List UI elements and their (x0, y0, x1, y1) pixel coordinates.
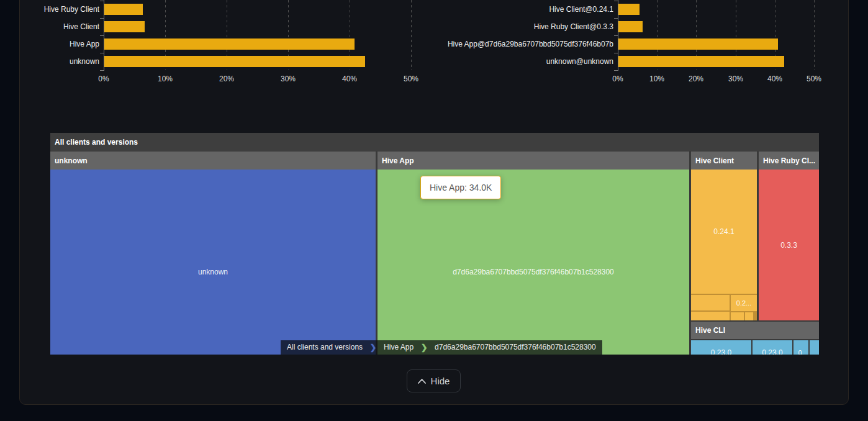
treemap-cell[interactable]: 0.23.0 (753, 340, 792, 355)
x-tick-label: 10% (638, 75, 676, 83)
treemap-cell[interactable]: 0.3.3 (759, 170, 819, 320)
treemap-section-header[interactable]: Hive Client (691, 152, 757, 170)
treemap-all-clients-and-versions[interactable]: All clients and versionsunknownunknownHi… (50, 133, 819, 355)
treemap-section-header[interactable]: Hive Ruby Cl... (759, 152, 819, 170)
treemap-cell[interactable]: 0.24.1 (691, 170, 757, 294)
category-label: unknown@unknown (430, 56, 613, 67)
x-tick-label: 20% (677, 75, 715, 83)
axis-tick (614, 18, 618, 19)
breadcrumb-item[interactable]: Hive App (377, 340, 420, 355)
tooltip-text: Hive App: 34.0K (430, 183, 492, 192)
axis-tick (614, 53, 618, 53)
treemap-cell[interactable]: unknown (50, 170, 376, 355)
bar-hive-ruby-client-0-3-3[interactable] (618, 21, 643, 32)
axis-tick (614, 1, 618, 1)
treemap-tooltip: Hive App: 34.0K (420, 176, 501, 199)
axis-tick (614, 35, 618, 36)
treemap-cell[interactable] (731, 312, 744, 320)
treemap-section-header[interactable]: unknown (50, 152, 376, 170)
treemap-breadcrumb: All clients and versions❯Hive App❯d7d6a2… (281, 340, 602, 355)
x-tick-label: 50% (795, 75, 833, 83)
breadcrumb-item[interactable]: d7d6a29ba6707bbd5075df376f46b07b1c528300 (428, 340, 602, 355)
category-label: Hive Ruby Client@0.3.3 (430, 21, 613, 32)
category-label: Hive Client@0.24.1 (430, 4, 613, 15)
chevron-up-icon (418, 379, 426, 384)
bar-unknown-unknown[interactable] (618, 56, 784, 67)
x-tick-label: 40% (756, 75, 793, 83)
treemap-cell[interactable]: 0.23.0 (691, 340, 751, 355)
axis-tick (614, 70, 618, 71)
breadcrumb-chevron-icon: ❯ (420, 340, 428, 355)
bar-chart-client-versions: 0%10%20%30%40%50%Hive Client@0.24.1Hive … (0, 0, 868, 87)
treemap-cell[interactable]: 0.2... (731, 295, 757, 311)
hide-button-label: Hide (431, 376, 450, 386)
dashboard-root: 0%10%20%30%40%50%Hive Ruby ClientHive Cl… (0, 0, 868, 421)
category-label: Hive App@d7d6a29ba6707bbd5075df376f46b07… (430, 38, 613, 50)
treemap-section-header[interactable]: Hive App (377, 152, 689, 170)
hide-button[interactable]: Hide (407, 369, 461, 392)
treemap-title[interactable]: All clients and versions (50, 133, 819, 151)
x-tick-label: 30% (717, 75, 754, 83)
treemap-section-header[interactable]: Hive CLI (691, 322, 819, 339)
gridline (814, 0, 815, 70)
bar-hive-app-d7d6a29ba6707bbd5075df376f46b07b[interactable] (618, 38, 778, 50)
treemap-cell[interactable] (691, 312, 730, 320)
treemap-cell[interactable] (810, 340, 819, 355)
treemap-cell[interactable] (691, 295, 730, 310)
treemap-cell[interactable] (745, 312, 753, 320)
bar-hive-client-0-24-1[interactable] (618, 4, 640, 15)
breadcrumb-chevron-icon: ❯ (369, 340, 377, 355)
x-tick-label: 0% (599, 75, 636, 83)
treemap-cell[interactable]: 0. (793, 340, 808, 355)
breadcrumb-item[interactable]: All clients and versions (281, 340, 369, 355)
